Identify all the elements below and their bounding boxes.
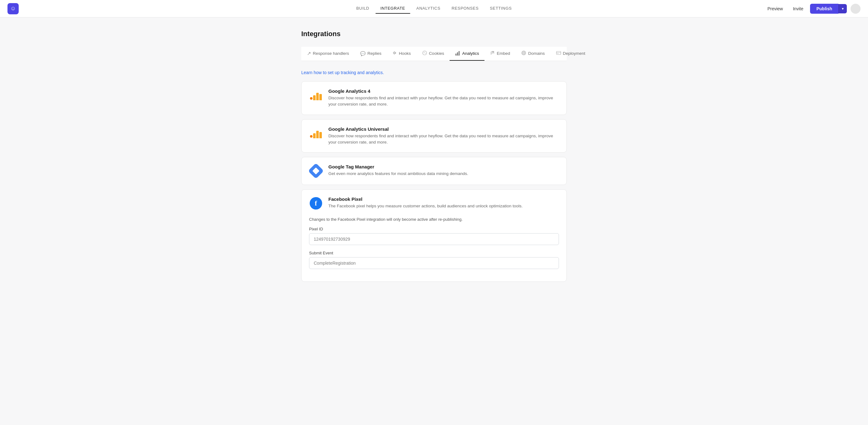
- tab-analytics[interactable]: ANALYTICS: [411, 3, 445, 14]
- embed-icon: [490, 51, 495, 56]
- pixel-id-input[interactable]: [309, 233, 559, 245]
- subtab-response-handlers[interactable]: ↗ Response handlers: [301, 47, 354, 61]
- ga-universal-card[interactable]: Google Analytics Universal Discover how …: [301, 119, 567, 153]
- svg-rect-7: [455, 55, 460, 56]
- tab-responses[interactable]: RESPONSES: [446, 3, 484, 14]
- svg-rect-5: [457, 52, 458, 55]
- subtab-hooks[interactable]: Hooks: [387, 47, 416, 60]
- nav-actions: Preview Invite Publish ▾: [764, 4, 861, 14]
- ga-universal-icon: [309, 126, 323, 140]
- ga4-card[interactable]: Google Analytics 4 Discover how responde…: [301, 81, 567, 115]
- gtm-title: Google Tag Manager: [329, 164, 559, 169]
- subtab-response-handlers-label: Response handlers: [313, 51, 349, 56]
- publish-button[interactable]: Publish: [810, 4, 838, 14]
- tab-settings[interactable]: SETTINGS: [485, 3, 517, 14]
- facebook-pixel-note: Changes to the Facebook Pixel integratio…: [309, 216, 463, 222]
- submit-event-label: Submit Event: [309, 251, 333, 255]
- domains-icon: [521, 51, 526, 56]
- ga-universal-info: Google Analytics Universal Discover how …: [329, 126, 559, 146]
- ga4-icon: [309, 89, 323, 102]
- cookies-icon: [422, 51, 427, 56]
- avatar[interactable]: [850, 4, 861, 14]
- preview-button[interactable]: Preview: [764, 4, 786, 13]
- ga4-title: Google Analytics 4: [329, 89, 559, 94]
- facebook-pixel-info: Facebook Pixel The Facebook pixel helps …: [329, 196, 523, 209]
- logo-icon: ☺: [10, 5, 16, 12]
- deployment-icon: [556, 51, 561, 56]
- gtm-icon: [309, 164, 323, 178]
- subtab-hooks-label: Hooks: [399, 51, 411, 56]
- facebook-pixel-title: Facebook Pixel: [329, 196, 523, 202]
- subtab-domains-label: Domains: [528, 51, 545, 56]
- subtab-deployment[interactable]: Deployment: [551, 47, 591, 61]
- ga-universal-title: Google Analytics Universal: [329, 126, 559, 132]
- facebook-pixel-desc: The Facebook pixel helps you measure cus…: [329, 203, 523, 209]
- submit-event-input[interactable]: [309, 257, 559, 269]
- subtab-replies-label: Replies: [367, 51, 381, 56]
- subtab-cookies-label: Cookies: [429, 51, 444, 56]
- ga4-info: Google Analytics 4 Discover how responde…: [329, 89, 559, 108]
- facebook-pixel-card[interactable]: f Facebook Pixel The Facebook pixel help…: [301, 189, 567, 282]
- sub-tabs: ↗ Response handlers 💬 Replies Hooks: [301, 47, 567, 61]
- learn-link[interactable]: Learn how to set up tracking and analyti…: [301, 70, 384, 75]
- subtab-cookies[interactable]: Cookies: [416, 47, 450, 61]
- top-nav: ☺ BUILD INTEGRATE ANALYTICS RESPONSES SE…: [0, 0, 868, 18]
- publish-caret-button[interactable]: ▾: [838, 4, 847, 13]
- invite-button[interactable]: Invite: [790, 4, 806, 13]
- gtm-desc: Get even more analytics features for mos…: [329, 171, 559, 177]
- svg-point-3: [424, 52, 425, 52]
- pixel-id-label: Pixel ID: [309, 227, 323, 231]
- facebook-pixel-header: f Facebook Pixel The Facebook pixel help…: [309, 196, 523, 210]
- subtab-analytics-label: Analytics: [462, 51, 479, 56]
- svg-rect-4: [456, 54, 457, 55]
- facebook-pixel-icon: f: [309, 196, 323, 210]
- subtab-replies[interactable]: 💬 Replies: [354, 47, 387, 60]
- analytics-icon: [455, 51, 460, 56]
- svg-rect-6: [459, 51, 460, 55]
- page-title: Integrations: [301, 30, 567, 38]
- svg-point-2: [425, 53, 426, 54]
- replies-icon: 💬: [360, 51, 366, 56]
- gtm-info: Google Tag Manager Get even more analyti…: [329, 164, 559, 177]
- nav-tabs: BUILD INTEGRATE ANALYTICS RESPONSES SETT…: [351, 3, 517, 14]
- subtab-deployment-label: Deployment: [563, 51, 585, 56]
- response-handlers-icon: ↗: [307, 51, 311, 56]
- main-content: Integrations ↗ Response handlers 💬 Repli…: [294, 18, 574, 299]
- ga4-desc: Discover how respondents find and intera…: [329, 95, 559, 108]
- publish-group: Publish ▾: [810, 4, 847, 14]
- subtab-analytics[interactable]: Analytics: [450, 47, 485, 61]
- svg-rect-13: [556, 52, 561, 55]
- subtab-embed[interactable]: Embed: [485, 47, 516, 61]
- subtab-embed-label: Embed: [497, 51, 510, 56]
- ga-universal-desc: Discover how respondents find and intera…: [329, 133, 559, 146]
- subtab-domains[interactable]: Domains: [516, 47, 550, 61]
- svg-point-0: [423, 51, 427, 55]
- gtm-card[interactable]: Google Tag Manager Get even more analyti…: [301, 157, 567, 185]
- tab-integrate[interactable]: INTEGRATE: [375, 3, 410, 14]
- hooks-icon: [393, 51, 397, 56]
- svg-point-1: [424, 52, 424, 53]
- logo-button[interactable]: ☺: [7, 3, 19, 14]
- tab-build[interactable]: BUILD: [351, 3, 374, 14]
